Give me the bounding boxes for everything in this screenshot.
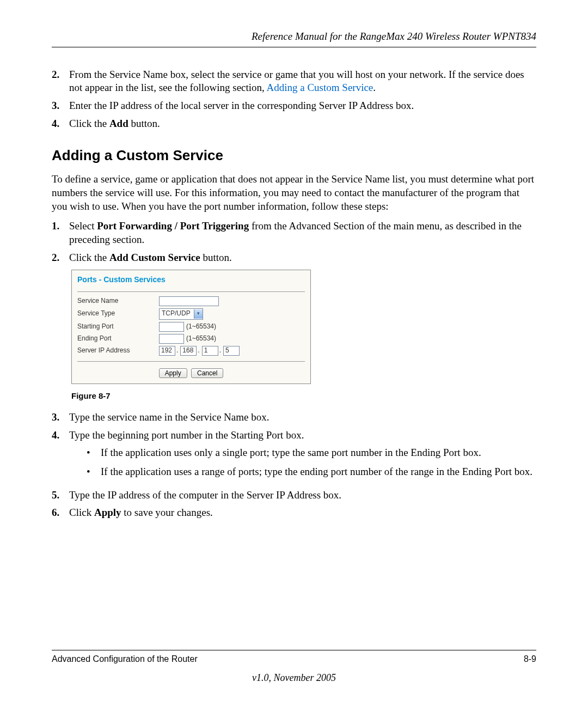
bullet-item: •If the application uses only a single p… xyxy=(87,446,536,460)
row-server-ip: Server IP Address 192. 168. 1. 5 xyxy=(77,346,305,356)
intro-paragraph: To define a service, game or application… xyxy=(52,173,536,213)
ip-octet-4[interactable]: 5 xyxy=(223,346,240,356)
page-footer: Advanced Configuration of the Router 8-9… xyxy=(52,650,536,684)
figure-caption: Figure 8-7 xyxy=(71,391,536,401)
port-range-hint: (1~65534) xyxy=(186,334,216,343)
item-body: Click the Add Custom Service button. xyxy=(69,251,536,265)
divider xyxy=(77,291,305,292)
list-item: 1. Select Port Forwarding / Port Trigger… xyxy=(52,220,536,246)
port-range-hint: (1~65534) xyxy=(186,322,216,331)
item-body: Type the beginning port number in the St… xyxy=(69,429,536,484)
service-name-input[interactable] xyxy=(159,296,219,306)
list-item: 3. Enter the IP address of the local ser… xyxy=(52,99,536,113)
row-starting-port: Starting Port (1~65534) xyxy=(77,322,305,332)
row-service-name: Service Name xyxy=(77,296,305,306)
item-number: 5. xyxy=(52,489,69,502)
item-number: 3. xyxy=(52,99,69,113)
panel-buttons: Apply Cancel xyxy=(77,368,305,378)
top-numbered-list: 2. From the Service Name box, select the… xyxy=(52,68,536,131)
ip-octet-1[interactable]: 192 xyxy=(159,346,175,356)
item-body: Type the IP address of the computer in t… xyxy=(69,489,536,502)
item-number: 4. xyxy=(52,429,69,484)
list-item: 4. Click the Add button. xyxy=(52,117,536,131)
item-number: 2. xyxy=(52,251,69,265)
cancel-button[interactable]: Cancel xyxy=(191,368,223,378)
footer-left: Advanced Configuration of the Router xyxy=(52,654,198,665)
ending-port-input[interactable] xyxy=(159,334,184,344)
service-type-select[interactable]: TCP/UDP ▾ xyxy=(159,308,203,320)
item-body: Click the Add button. xyxy=(69,117,536,131)
list-item: 5. Type the IP address of the computer i… xyxy=(52,489,536,502)
label-ending-port: Ending Port xyxy=(77,334,159,343)
sub-bullets: •If the application uses only a single p… xyxy=(87,446,536,478)
footer-version: v1.0, November 2005 xyxy=(52,672,536,684)
section-heading: Adding a Custom Service xyxy=(52,147,536,165)
list-item: 6. Click Apply to save your changes. xyxy=(52,506,536,520)
label-service-type: Service Type xyxy=(77,309,159,318)
bullet-item: •If the application uses a range of port… xyxy=(87,465,536,479)
ip-octet-3[interactable]: 1 xyxy=(202,346,218,356)
list-item: 2. Click the Add Custom Service button. xyxy=(52,251,536,265)
page-number: 8-9 xyxy=(524,654,536,665)
item-number: 4. xyxy=(52,117,69,131)
item-number: 1. xyxy=(52,220,69,246)
steps-list-2: 1. Select Port Forwarding / Port Trigger… xyxy=(52,220,536,264)
label-starting-port: Starting Port xyxy=(77,322,159,331)
divider xyxy=(77,361,305,362)
label-service-name: Service Name xyxy=(77,297,159,306)
item-body: Select Port Forwarding / Port Triggering… xyxy=(69,220,536,246)
item-body: From the Service Name box, select the se… xyxy=(69,68,536,95)
item-body: Type the service name in the Service Nam… xyxy=(69,411,536,424)
link-adding-custom-service[interactable]: Adding a Custom Service xyxy=(267,82,373,93)
list-item: 2. From the Service Name box, select the… xyxy=(52,68,536,95)
item-number: 3. xyxy=(52,411,69,424)
label-server-ip: Server IP Address xyxy=(77,346,159,355)
chevron-down-icon: ▾ xyxy=(194,309,203,319)
starting-port-input[interactable] xyxy=(159,322,184,332)
list-item: 4. Type the beginning port number in the… xyxy=(52,429,536,484)
ip-octet-2[interactable]: 168 xyxy=(180,346,197,356)
steps-list-3: 3. Type the service name in the Service … xyxy=(52,411,536,520)
row-ending-port: Ending Port (1~65534) xyxy=(77,334,305,344)
row-service-type: Service Type TCP/UDP ▾ xyxy=(77,308,305,320)
item-body: Enter the IP address of the local server… xyxy=(69,99,536,113)
list-item: 3. Type the service name in the Service … xyxy=(52,411,536,424)
panel-title: Ports - Custom Services xyxy=(77,273,305,291)
item-number: 2. xyxy=(52,68,69,95)
item-body: Click Apply to save your changes. xyxy=(69,506,536,520)
page-header: Reference Manual for the RangeMax 240 Wi… xyxy=(52,30,536,47)
custom-services-panel: Ports - Custom Services Service Name Ser… xyxy=(71,270,311,384)
item-number: 6. xyxy=(52,506,69,520)
apply-button[interactable]: Apply xyxy=(159,368,187,378)
